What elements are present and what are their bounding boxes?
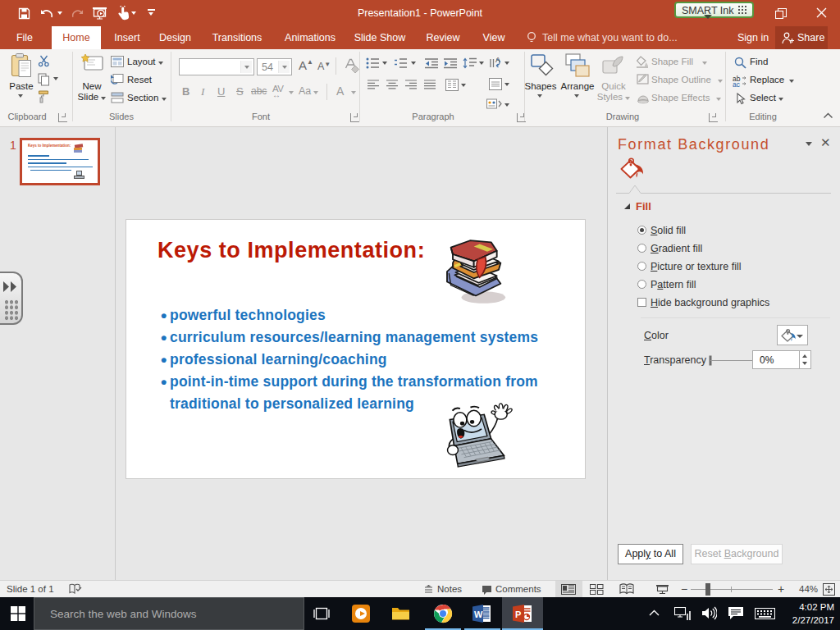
svg-text:W: W (474, 609, 483, 619)
svg-text:ac: ac (733, 80, 741, 87)
svg-text:A: A (495, 56, 500, 64)
svg-text:P: P (515, 609, 521, 619)
